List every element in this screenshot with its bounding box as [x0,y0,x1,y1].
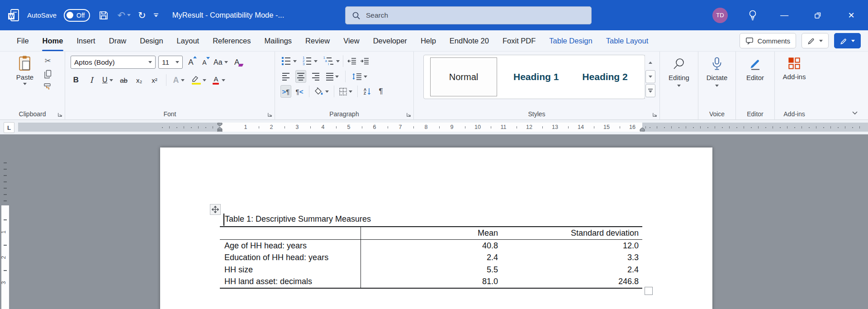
addins-button[interactable]: Add-ins [775,52,814,108]
table-resize-handle[interactable] [645,287,653,295]
grow-font-button[interactable]: A [185,56,196,69]
right-to-left-text-button[interactable]: ¶< [294,85,305,98]
numbering-button[interactable]: 1 2 3 [301,55,312,67]
tab-view[interactable]: View [337,30,366,51]
cut-icon[interactable]: ✂ [44,56,51,66]
gallery-scroll-down-icon[interactable] [645,70,655,83]
minimize-button[interactable]: — [778,9,791,22]
table-cell[interactable]: 3.3 [502,252,642,264]
table-row[interactable]: Age of HH head: years40.812.0 [220,239,642,252]
strikethrough-button[interactable]: ab [119,74,129,86]
gallery-expand-icon[interactable] [645,84,655,97]
borders-button[interactable] [338,85,353,98]
justify-button[interactable] [325,70,340,83]
styles-dialog-launcher-icon[interactable] [652,112,657,117]
gallery-scroll-up-icon[interactable] [646,57,655,69]
sort-button[interactable]: AZ [362,85,373,98]
tab-table-design[interactable]: Table Design [542,30,599,51]
redo-icon[interactable]: ↻ [138,10,146,20]
table-cell[interactable]: HH land asset: decimals [220,276,360,288]
tab-draw[interactable]: Draw [102,30,133,51]
tab-mailings[interactable]: Mailings [258,30,299,51]
tab-table-layout[interactable]: Table Layout [599,30,655,51]
undo-dropdown-icon[interactable] [127,14,131,16]
horizontal-ruler[interactable]: 12345678910111213141516 [18,123,868,132]
tab-references[interactable]: References [206,30,257,51]
font-color-button[interactable]: A [212,74,226,86]
table-cell[interactable]: 40.8 [360,239,502,252]
tab-stop-selector[interactable]: L [4,122,14,133]
restore-button[interactable] [811,9,825,22]
tab-layout[interactable]: Layout [170,30,206,51]
table-header-cell[interactable] [220,227,360,239]
clipboard-dialog-launcher-icon[interactable] [57,112,62,117]
table-cell[interactable]: 246.8 [502,276,642,288]
italic-button[interactable]: I [86,74,97,86]
table-caption[interactable]: Table 1: Descriptive Summary Measures [225,214,371,224]
editing-mode-button[interactable] [834,33,861,48]
text-effects-button[interactable]: A [172,74,185,86]
table-row[interactable]: Education of HH head: years2.43.3 [220,252,642,264]
font-dialog-launcher-icon[interactable] [267,112,272,117]
bullets-button[interactable] [280,55,291,67]
table-cell[interactable]: 81.0 [360,276,502,288]
hanging-indent-marker[interactable] [217,127,223,132]
tab-help[interactable]: Help [414,30,443,51]
tab-developer[interactable]: Developer [366,30,414,51]
table-header-cell[interactable]: Standard deviation [502,227,642,239]
multilevel-list-button[interactable]: 1 a i [322,55,334,67]
right-indent-marker[interactable] [640,128,645,132]
change-case-button[interactable]: Aa [213,56,229,69]
avatar[interactable]: TD [712,8,728,23]
font-size-combobox[interactable]: 11 [158,56,183,69]
document-page[interactable]: Table 1: Descriptive Summary Measures Me… [160,147,712,309]
table-cell[interactable]: 5.5 [360,264,502,276]
table-cell[interactable]: Age of HH head: years [220,239,360,252]
lightbulb-icon[interactable] [748,10,758,21]
vertical-ruler[interactable]: 123 [1,134,9,309]
table-header[interactable]: MeanStandard deviation [220,227,642,239]
paragraph-dialog-launcher-icon[interactable] [406,112,411,117]
comments-button[interactable]: Comments [740,33,796,48]
style-heading-2[interactable]: Heading 2 [582,58,627,96]
tab-foxit-pdf[interactable]: Foxit PDF [496,30,542,51]
search-box[interactable]: Search [345,6,592,24]
bold-button[interactable]: B [71,74,81,86]
tab-design[interactable]: Design [133,30,170,51]
customize-quick-access-icon[interactable] [153,13,159,18]
tab-insert[interactable]: Insert [70,30,102,51]
table-cell[interactable]: 12.0 [502,239,642,252]
data-table[interactable]: MeanStandard deviation Age of HH head: y… [220,226,642,289]
tab-home[interactable]: Home [36,30,70,51]
highlight-button[interactable] [190,74,207,86]
tab-endnote-20[interactable]: EndNote 20 [443,30,496,51]
autosave-toggle[interactable]: Off [64,9,90,22]
table-cell[interactable]: 2.4 [360,252,502,264]
style-heading-1[interactable]: Heading 1 [513,58,559,96]
increase-indent-button[interactable] [359,55,370,67]
align-left-button[interactable] [280,70,291,83]
clear-formatting-button[interactable]: A [232,56,242,69]
subscript-button[interactable]: x₂ [134,74,145,86]
shading-button[interactable] [313,85,330,98]
left-to-right-text-button[interactable]: >¶ [280,85,291,98]
shrink-font-button[interactable]: A [199,56,210,69]
style-normal[interactable]: Normal [430,57,497,96]
first-line-indent-marker[interactable] [217,123,223,127]
editing-button[interactable]: Editing [660,52,698,108]
superscript-button[interactable]: x² [149,74,160,86]
table-cell[interactable]: Education of HH head: years [220,252,360,264]
word-app-icon[interactable]: W [7,9,20,22]
paste-button[interactable]: Paste [11,55,39,85]
table-cell[interactable]: 2.4 [502,264,642,276]
table-cell[interactable]: HH size [220,264,360,276]
table-row[interactable]: HH land asset: decimals81.0246.8 [220,276,642,288]
align-center-button[interactable] [295,70,306,83]
line-spacing-button[interactable] [351,70,368,83]
table-move-handle[interactable] [210,204,221,215]
copy-icon[interactable] [44,70,52,79]
decrease-indent-button[interactable] [346,55,357,67]
undo-icon[interactable]: ↶ [117,10,125,20]
font-name-combobox[interactable]: Aptos (Body) [71,56,156,69]
show-paragraph-marks-button[interactable]: ¶ [375,85,386,98]
